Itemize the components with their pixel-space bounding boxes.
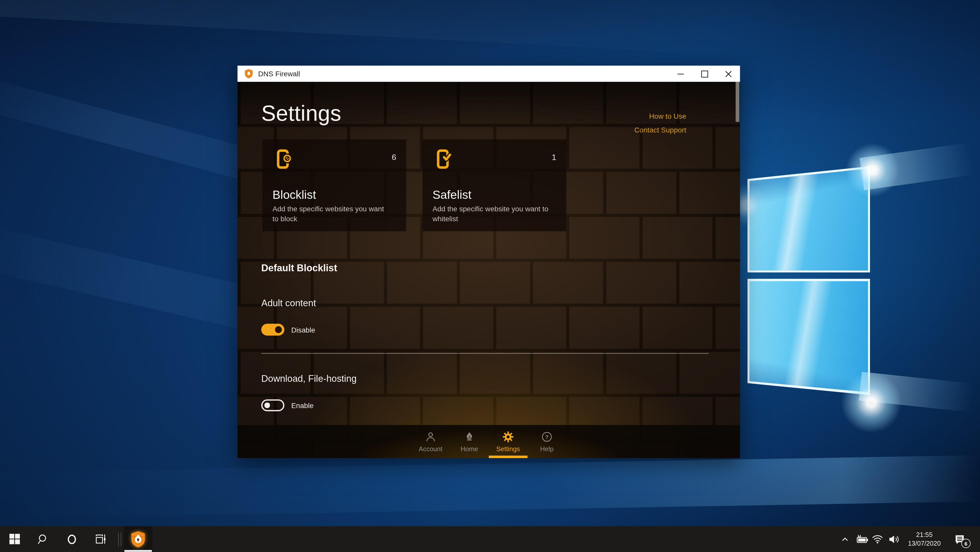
network-button[interactable] (870, 526, 885, 552)
toggle-knob (264, 402, 270, 408)
section-divider (261, 353, 709, 354)
search-button[interactable] (29, 526, 58, 552)
light-beam (859, 140, 980, 190)
default-blocklist-heading: Default Blocklist (261, 262, 337, 274)
blocklist-title: Blocklist (272, 188, 396, 202)
notification-badge: 6 (961, 539, 971, 548)
light-beam (859, 372, 980, 414)
maximize-button[interactable] (692, 65, 716, 82)
taskbar: 21:55 13/07/2020 6 (0, 526, 980, 552)
volume-icon (888, 534, 900, 544)
tab-help[interactable]: ? Help (528, 425, 566, 458)
toggle-knob (275, 326, 282, 333)
scrollbar-thumb[interactable] (735, 82, 739, 122)
volume-button[interactable] (885, 526, 903, 552)
help-links: How to Use Contact Support (634, 110, 686, 137)
close-button[interactable] (716, 65, 740, 82)
close-icon (725, 70, 732, 77)
window-title: DNS Firewall (258, 70, 300, 77)
task-view-icon (95, 533, 107, 545)
clock-date: 13/07/2020 (902, 539, 946, 547)
dns-firewall-taskbar-button[interactable] (124, 526, 153, 552)
clock-time: 21:55 (902, 531, 946, 539)
flame-icon (463, 431, 476, 443)
wifi-icon (872, 535, 883, 544)
tab-help-label: Help (540, 445, 554, 452)
person-icon (425, 431, 437, 443)
windows-logo-top-pane (748, 166, 870, 272)
safelist-card[interactable]: 1 Safelist Add the specific website you … (423, 139, 566, 231)
phone-check-icon (433, 149, 455, 171)
download-filehosting-toggle-label: Enable (291, 401, 313, 409)
adult-content-toggle[interactable] (261, 324, 285, 336)
download-filehosting-label: Download, File-hosting (261, 373, 357, 384)
adult-content-toggle-label: Disable (291, 326, 315, 333)
tab-account-label: Account (419, 445, 442, 452)
dns-firewall-app-icon (130, 530, 146, 548)
search-icon (38, 533, 49, 545)
safelist-description: Add the specific website you want to whi… (433, 204, 551, 224)
minimize-icon (678, 73, 684, 74)
download-filehosting-toggle[interactable] (261, 399, 285, 411)
tab-account[interactable]: Account (411, 425, 450, 458)
svg-text:?: ? (545, 434, 549, 440)
desktop: DNS Firewall Settings (0, 0, 980, 552)
how-to-use-link[interactable]: How to Use (634, 110, 686, 123)
chevron-up-icon (841, 535, 850, 543)
tab-settings[interactable]: Settings (489, 425, 528, 458)
start-button[interactable] (0, 526, 29, 552)
app-shield-icon (245, 68, 253, 79)
settings-page: Settings How to Use Contact Support (238, 82, 740, 458)
tray-overflow-button[interactable] (836, 526, 854, 552)
tab-home-label: Home (461, 445, 478, 452)
gear-icon (502, 431, 514, 443)
battery-button[interactable] (854, 526, 870, 552)
tab-home[interactable]: Home (450, 425, 489, 458)
help-icon: ? (541, 431, 553, 443)
bottom-navigation: Account Home (238, 425, 740, 458)
adult-content-label: Adult content (261, 297, 316, 308)
active-app-indicator (124, 550, 152, 552)
action-center-button[interactable]: 6 (946, 526, 974, 552)
blocklist-card[interactable]: 6 Blocklist Add the specific websites yo… (262, 139, 406, 231)
window-titlebar: DNS Firewall (238, 65, 740, 82)
window-scrollbar[interactable] (735, 82, 739, 458)
phone-blocked-icon (272, 149, 295, 171)
windows-logo-icon (9, 534, 20, 544)
light-beam (0, 455, 980, 519)
tab-settings-label: Settings (496, 445, 520, 452)
page-title: Settings (261, 100, 342, 126)
safelist-count: 1 (552, 153, 556, 162)
minimize-button[interactable] (669, 65, 692, 82)
light-beam (0, 0, 980, 70)
system-tray: 21:55 13/07/2020 6 (836, 526, 980, 552)
blocklist-description: Add the specific websites you want to bl… (272, 204, 391, 224)
task-view-button[interactable] (86, 526, 115, 552)
contact-support-link[interactable]: Contact Support (634, 123, 686, 137)
maximize-icon (701, 70, 708, 77)
cortana-button[interactable] (57, 526, 86, 552)
battery-charging-icon (855, 534, 868, 544)
taskbar-clock[interactable]: 21:55 13/07/2020 (902, 531, 946, 548)
windows-logo-bottom-pane (748, 279, 870, 399)
safelist-title: Safelist (433, 188, 556, 202)
blocklist-count: 6 (392, 153, 396, 162)
dns-firewall-window: DNS Firewall Settings (238, 65, 740, 458)
cortana-icon (66, 533, 78, 545)
taskbar-divider (115, 526, 124, 552)
